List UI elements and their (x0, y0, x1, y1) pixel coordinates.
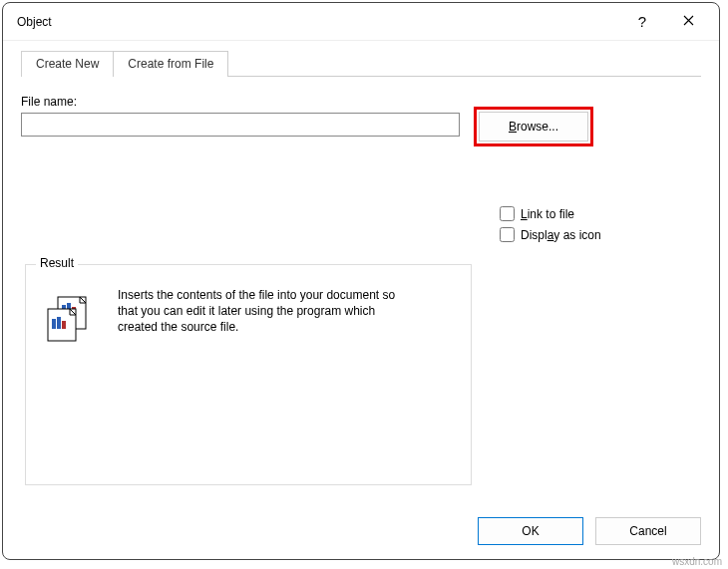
dialog-title: Object (17, 15, 619, 29)
watermark: wsxdn.com (672, 556, 722, 567)
file-row: Browse... (21, 113, 701, 146)
ok-button[interactable]: OK (478, 517, 583, 545)
display-as-icon-checkbox[interactable] (500, 227, 515, 242)
cancel-button[interactable]: Cancel (595, 517, 701, 545)
link-to-file-row: Link to file (500, 206, 601, 221)
close-button[interactable] (665, 7, 711, 37)
result-text: Inserts the contents of the file into yo… (118, 287, 407, 336)
display-as-icon-label[interactable]: Display as icon (521, 228, 601, 242)
dialog-content: Create New Create from File File name: B… (3, 41, 719, 509)
help-icon: ? (638, 13, 646, 30)
object-dialog: Object ? Create New Create from File Fil… (2, 2, 720, 560)
svg-rect-7 (52, 319, 56, 329)
options-group: Link to file Display as icon (500, 206, 601, 248)
tab-create-new[interactable]: Create New (21, 51, 114, 77)
link-to-file-label[interactable]: Link to file (521, 207, 574, 221)
result-content: Inserts the contents of the file into yo… (26, 265, 471, 365)
file-name-input[interactable] (21, 113, 460, 137)
dialog-footer: OK Cancel (478, 517, 701, 545)
browse-button[interactable]: Browse... (479, 112, 588, 142)
tab-body: File name: Browse... Link to file Displa (21, 76, 701, 514)
tabs: Create New Create from File (21, 51, 701, 77)
result-group: Result (25, 264, 472, 485)
tab-create-from-file[interactable]: Create from File (113, 51, 228, 77)
close-icon (683, 15, 694, 29)
svg-rect-8 (57, 317, 61, 329)
titlebar: Object ? (3, 3, 719, 41)
browse-highlight: Browse... (474, 107, 593, 146)
result-legend: Result (36, 256, 78, 270)
file-name-label: File name: (21, 95, 701, 109)
svg-rect-9 (62, 321, 66, 329)
display-as-icon-row: Display as icon (500, 227, 601, 242)
help-button[interactable]: ? (619, 7, 665, 37)
link-to-file-checkbox[interactable] (500, 206, 515, 221)
embed-file-icon (44, 295, 94, 343)
